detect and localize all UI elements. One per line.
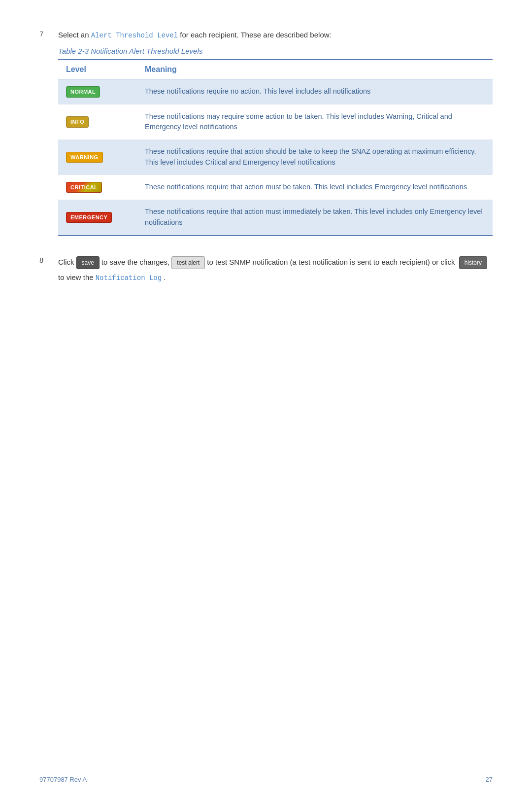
table-caption: Table 2-3 Notification Alert Threshold L…: [58, 47, 493, 55]
level-badge-emergency: EMERGENCY: [66, 212, 112, 223]
table-row: CRITICALThese notifications require that…: [58, 175, 493, 200]
table-row: INFOThese notifications may require some…: [58, 104, 493, 140]
meaning-cell: These notifications may require some act…: [137, 104, 493, 140]
meaning-cell: These notifications require no action. T…: [137, 79, 493, 104]
table-row: EMERGENCYThese notifications require tha…: [58, 200, 493, 236]
history-button[interactable]: history: [459, 256, 487, 269]
meaning-cell: These notifications require that action …: [137, 175, 493, 200]
col-meaning: Meaning: [137, 60, 493, 79]
step-7-number: 7: [39, 30, 49, 41]
footer-left: 97707987 Rev A: [39, 776, 87, 783]
table-row: NORMALThese notifications require no act…: [58, 79, 493, 104]
footer-right: 27: [486, 776, 493, 783]
test-alert-button[interactable]: test alert: [171, 256, 205, 269]
threshold-table: Level Meaning NORMALThese notifications …: [58, 59, 493, 236]
level-badge-normal: NORMAL: [66, 86, 100, 98]
step-7: 7 Select an Alert Threshold Level for ea…: [39, 30, 493, 41]
page-content: 7 Select an Alert Threshold Level for ea…: [0, 0, 532, 330]
text-to-test: to test SNMP notification (a test notifi…: [207, 256, 455, 269]
table-header-row: Level Meaning: [58, 60, 493, 79]
level-badge-critical: CRITICAL: [66, 182, 102, 193]
period: .: [164, 271, 166, 284]
level-cell: NORMAL: [58, 79, 137, 104]
level-cell: WARNING: [58, 139, 137, 175]
step-7-text: Select an Alert Threshold Level for each…: [58, 30, 332, 41]
save-button[interactable]: save: [76, 256, 100, 269]
meaning-cell: These notifications require that action …: [137, 139, 493, 175]
level-badge-warning: WARNING: [66, 152, 103, 163]
table-row: WARNINGThese notifications require that …: [58, 139, 493, 175]
level-cell: CRITICAL: [58, 175, 137, 200]
meaning-cell: These notifications require that action …: [137, 200, 493, 236]
page-footer: 97707987 Rev A 27: [39, 776, 493, 783]
step-7-text-part2: for each recipient. These are described …: [178, 31, 332, 39]
click-label: Click: [58, 256, 74, 269]
notification-log-link: Notification Log: [96, 273, 162, 284]
step-8-number: 8: [39, 256, 49, 284]
step-8: 8 Click save to save the changes, test a…: [39, 256, 493, 284]
step-8-text: Click save to save the changes, test ale…: [58, 256, 493, 284]
alert-threshold-level-link: Alert Threshold Level: [91, 32, 178, 39]
step-7-text-part1: Select an: [58, 31, 91, 39]
text-to-save: to save the changes,: [101, 256, 169, 269]
level-cell: INFO: [58, 104, 137, 140]
col-level: Level: [58, 60, 137, 79]
level-badge-info: INFO: [66, 116, 89, 128]
level-cell: EMERGENCY: [58, 200, 137, 236]
text-to-view: to view the: [58, 271, 94, 284]
